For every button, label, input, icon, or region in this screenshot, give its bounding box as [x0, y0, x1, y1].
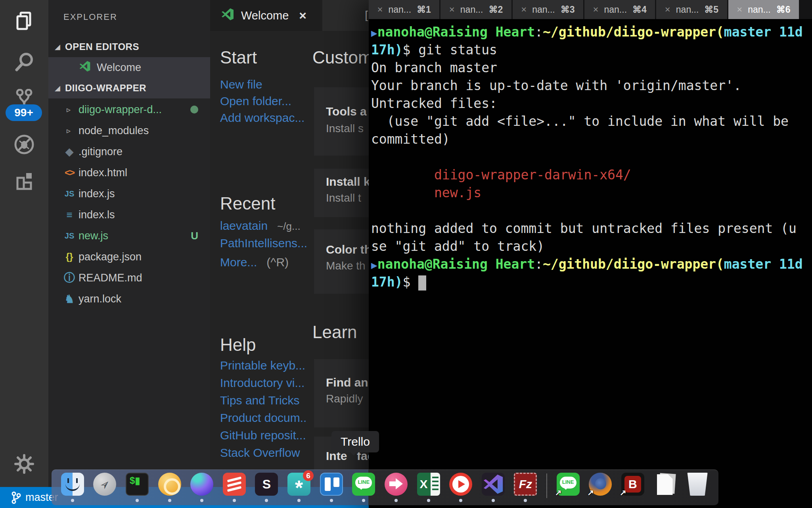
start-heading: Start [220, 48, 257, 67]
customize-heading: Custom [312, 48, 369, 67]
terminal-tab-shortcut: ⌘6 [776, 4, 791, 15]
scm-pending-badge: 99+ [6, 104, 42, 121]
terminal-line: committed) [371, 130, 812, 148]
close-icon[interactable]: × [449, 4, 455, 15]
terminal-tab[interactable]: ×nan...⌘1 [369, 0, 439, 19]
terminal-tab[interactable]: ×nan...⌘2 [440, 0, 511, 19]
tree-item-file[interactable]: ♞ yarn.lock [48, 289, 210, 309]
help-stackoverflow-link[interactable]: Stack Overflow [220, 446, 300, 460]
search-icon[interactable] [0, 51, 48, 73]
terminal-output[interactable]: ▶nanoha@Raising Heart:~/github/diigo-wra… [369, 19, 812, 508]
tree-item-folder[interactable]: ▹ node_modules [48, 120, 210, 141]
learn-heading: Learn [312, 322, 357, 342]
extensions-icon[interactable] [0, 170, 48, 191]
dock-trash-icon[interactable] [686, 473, 709, 504]
close-icon[interactable]: × [377, 4, 383, 15]
dock-slack-icon[interactable]: S [255, 473, 278, 504]
tree-item-file[interactable]: ⓘ README.md [48, 267, 210, 288]
dock-finder-icon[interactable] [61, 473, 84, 504]
editor-tab-bar: Welcome × [ [210, 0, 369, 31]
dock-documents-icon[interactable] [654, 473, 677, 504]
dock-launchpad-icon[interactable] [93, 473, 116, 504]
help-github-link[interactable]: GitHub reposit... [220, 429, 306, 442]
dock-tooltip: Trello [331, 431, 379, 452]
new-file-link[interactable]: New file [220, 78, 262, 91]
terminal-tab-shortcut: ⌘3 [561, 4, 575, 15]
recent-item-pathintellisense[interactable]: PathIntellisens... [220, 237, 307, 250]
terminal-tab[interactable]: ×nan...⌘6 [728, 0, 799, 19]
recent-item-laevatain[interactable]: laevatain~/g... [220, 219, 301, 233]
dock-excel-icon[interactable]: X [417, 473, 440, 504]
terminal-tab-label: nan... [389, 4, 412, 15]
dock-trello-icon[interactable] [320, 473, 343, 504]
dock-line-alias-icon[interactable]: LINE↗ [557, 473, 580, 504]
alias-arrow-icon: ↗ [620, 488, 626, 497]
dock-skitch-icon[interactable] [385, 473, 408, 504]
dock-media-play-icon[interactable] [449, 473, 472, 504]
terminal-tab[interactable]: ×nan...⌘5 [656, 0, 727, 19]
source-control-icon[interactable] [0, 89, 48, 106]
recent-more-link[interactable]: More...(^R) [220, 256, 289, 269]
help-docs-link[interactable]: Product docum.. [220, 411, 306, 425]
settings-gear-icon[interactable] [0, 454, 48, 474]
dock-line-icon[interactable]: LINE [352, 473, 375, 504]
dock-firefox-nightly-icon[interactable] [190, 473, 213, 504]
debug-disabled-icon[interactable] [0, 134, 48, 155]
terminal-line: ▶nanoha@Raising Heart:~/github/diigo-wra… [371, 255, 812, 273]
close-icon[interactable]: × [593, 4, 598, 15]
help-keyboard-link[interactable]: Printable keyb... [220, 359, 305, 372]
dock-glyph: S [255, 473, 278, 496]
terminal-line: 17h)$ [371, 273, 812, 291]
close-icon[interactable]: × [737, 4, 742, 15]
dock-teal-app-icon[interactable]: *6 [287, 473, 310, 504]
dock-vscode-icon[interactable] [482, 473, 505, 504]
open-editor-welcome[interactable]: Welcome [48, 57, 210, 78]
terminal-tab-shortcut: ⌘4 [632, 4, 647, 15]
dock-firefox-icon[interactable]: ↗ [589, 473, 612, 504]
project-section-header[interactable]: ◢ DIIGO-WRAPPER [48, 78, 210, 98]
help-videos-link[interactable]: Introductory vi... [220, 376, 304, 390]
terminal-tab-shortcut: ⌘1 [417, 4, 431, 15]
dock-bitdefender-icon[interactable]: B↗ [621, 473, 644, 504]
terminal-tab[interactable]: ×nan...⌘3 [513, 0, 583, 19]
chevron-expanded-icon: ◢ [55, 42, 65, 51]
customize-keymap-card[interactable]: Install k Install t [314, 169, 369, 217]
terminal-window[interactable]: ×nan...⌘1×nan...⌘2×nan...⌘3×nan...⌘4×nan… [369, 0, 812, 508]
tree-item-file[interactable]: JS new.js U [48, 225, 210, 246]
terminal-line [371, 148, 812, 166]
help-tips-link[interactable]: Tips and Tricks [220, 394, 300, 407]
close-icon[interactable]: × [665, 4, 670, 15]
tree-item-folder[interactable]: ▹ diigo-wrapper-d... [48, 99, 210, 120]
terminal-line: Your branch is up-to-date with 'origin/m… [371, 77, 812, 94]
git-status-dot [190, 106, 198, 114]
git-branch-indicator[interactable]: master [11, 491, 58, 504]
dock-terminal-icon[interactable]: $▮ [126, 473, 149, 504]
tab-partial[interactable]: [ [322, 0, 369, 31]
explorer-icon[interactable] [0, 11, 48, 31]
dock-filezilla-icon[interactable]: Fz [514, 473, 537, 504]
close-icon[interactable]: × [299, 8, 306, 23]
tree-item-file[interactable]: JS index.js [48, 183, 210, 204]
open-folder-link[interactable]: Open folder... [220, 94, 291, 108]
tree-item-file[interactable]: ◆ .gitignore [48, 141, 210, 162]
terminal-line: 17h)$ git status [371, 41, 812, 59]
json-file-icon: {} [60, 251, 79, 262]
open-editors-header[interactable]: ◢ OPEN EDITORS [48, 37, 210, 57]
terminal-line: (use "git add <file>..." to include in w… [371, 112, 812, 130]
dock-separator [546, 473, 547, 498]
dock-todoist-icon[interactable] [223, 473, 246, 504]
dock-chrome-canary-icon[interactable] [158, 473, 181, 504]
terminal-tab[interactable]: ×nan...⌘4 [584, 0, 655, 19]
add-workspace-link[interactable]: Add workspac... [220, 111, 304, 125]
terminal-tab-label: nan... [604, 4, 627, 15]
tree-item-file[interactable]: ≡ index.ls [48, 204, 210, 225]
customize-theme-card[interactable]: Color th Make th [314, 229, 369, 294]
tree-item-file[interactable]: {} package.json [48, 246, 210, 267]
tab-welcome[interactable]: Welcome × [210, 0, 320, 31]
tree-item-file[interactable]: <> index.html [48, 162, 210, 183]
terminal-tab-shortcut: ⌘2 [488, 4, 503, 15]
customize-tools-card[interactable]: Tools a Install s [314, 87, 369, 156]
close-icon[interactable]: × [521, 4, 527, 15]
terminal-line: On branch master [371, 59, 812, 77]
learn-commands-card[interactable]: Find an Rapidly [314, 359, 369, 427]
